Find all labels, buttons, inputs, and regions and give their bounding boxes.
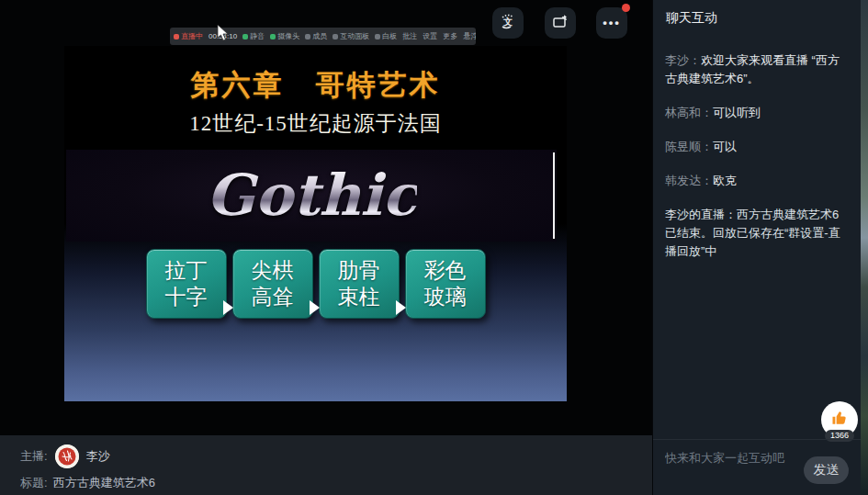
popout-rotate-icon <box>551 12 569 34</box>
main-area: 直播中 00:54:10 静音 摄像头 成员 互动面板 白板 批注 设置 更多 … <box>0 0 652 495</box>
chat-message-list: 李沙：欢迎大家来观看直播 “西方古典建筑艺术6”。 林高和：可以听到 陈昱顺：可… <box>653 51 861 261</box>
chat-panel-title: 聊天互动 <box>653 0 861 27</box>
desktop-edge-strip <box>861 0 868 495</box>
box-text: 尖栱 <box>252 257 294 284</box>
notification-dot <box>622 4 630 12</box>
toolbar-item-more[interactable]: 更多 <box>443 31 457 41</box>
toolbar-item-interaction[interactable]: 互动面板 <box>333 31 369 41</box>
box-text: 彩色 <box>424 257 467 284</box>
send-button[interactable]: 发送 <box>804 456 849 484</box>
more-icon: ••• <box>603 18 621 28</box>
svg-text:文: 文 <box>502 17 513 27</box>
chat-message-text: 可以 <box>713 140 737 153</box>
app-window: 直播中 00:54:10 静音 摄像头 成员 互动面板 白板 批注 设置 更多 … <box>0 0 868 495</box>
mouse-cursor-icon <box>217 24 229 45</box>
box-text: 玻璃 <box>424 284 467 310</box>
mic-icon <box>242 34 248 39</box>
chat-panel-icon <box>333 34 338 39</box>
box-text: 肋骨 <box>338 257 380 284</box>
host-avatar[interactable] <box>55 444 79 468</box>
chat-message: 林高和：可以听到 <box>665 104 849 122</box>
chat-message-text: 欧克 <box>713 174 737 187</box>
popout-rotate-button[interactable] <box>545 7 576 39</box>
like-button[interactable]: 1366 <box>821 401 858 438</box>
chat-input-bar: 发送 <box>653 439 861 495</box>
concept-box-latin-cross: 拉丁 十字 <box>146 249 227 319</box>
presentation-slide: 第六章 哥特艺术 12世纪-15世纪起源于法国 Gothic 拉丁 十字 尖栱 … <box>64 46 567 401</box>
box-text: 高耸 <box>252 284 294 310</box>
thumbs-up-icon <box>830 409 849 431</box>
toolbar-item-live[interactable]: 直播中 <box>174 31 203 41</box>
text-caret-line <box>553 152 555 239</box>
chat-panel: 聊天互动 李沙：欢迎大家来观看直播 “西方古典建筑艺术6”。 林高和：可以听到 … <box>652 0 861 495</box>
toolbar-item-camera[interactable]: 摄像头 <box>270 31 299 41</box>
host-name: 李沙 <box>86 448 110 465</box>
system-message-text: 李沙的直播：西方古典建筑艺术6 已结束。回放已保存在“群设置-直播回放”中 <box>665 208 840 258</box>
toolbar-item-members[interactable]: 成员 <box>305 31 327 41</box>
toolbar-item-whiteboard[interactable]: 白板 <box>375 31 397 41</box>
host-info-bar: 主播: 李沙 标题: 西方古典建筑艺术6 <box>0 435 652 495</box>
toolbar-item-float[interactable]: 悬浮 <box>463 31 476 41</box>
right-arrow-icon <box>223 300 233 315</box>
chat-sender-name: 陈昱顺： <box>665 140 713 153</box>
chat-message-text: 可以听到 <box>713 106 761 119</box>
live-signal-icon <box>174 34 179 39</box>
right-arrow-icon <box>310 300 320 315</box>
concept-boxes-row: 拉丁 十字 尖栱 高耸 肋骨 束柱 彩色 玻璃 <box>146 249 486 319</box>
chat-sender-name: 韩发达： <box>665 174 713 187</box>
chat-message: 韩发达：欧克 <box>665 172 849 190</box>
box-text: 十字 <box>165 284 208 310</box>
box-text: 束柱 <box>338 284 380 310</box>
chat-sender-name: 李沙： <box>665 53 701 67</box>
whiteboard-icon <box>375 34 380 39</box>
screen-share-toolbar: 直播中 00:54:10 静音 摄像头 成员 互动面板 白板 批注 设置 更多 … <box>170 28 476 45</box>
toolbar-item-settings[interactable]: 设置 <box>423 31 437 41</box>
gothic-banner-image: Gothic <box>66 150 557 242</box>
box-text: 拉丁 <box>165 257 208 284</box>
gothic-banner-text: Gothic <box>206 167 416 224</box>
host-label: 主播: <box>20 448 48 465</box>
slide-subtitle: 12世纪-15世纪起源于法国 <box>64 109 567 138</box>
chat-input[interactable] <box>665 451 789 465</box>
concept-box-rib-columns: 肋骨 束柱 <box>319 249 400 319</box>
chat-message: 陈昱顺：可以 <box>665 138 849 156</box>
toolbar-item-annotate[interactable]: 批注 <box>402 31 417 41</box>
stream-title-label: 标题: <box>20 475 48 491</box>
toolbar-item-mute[interactable]: 静音 <box>242 31 265 41</box>
concept-box-stained-glass: 彩色 玻璃 <box>405 249 486 319</box>
chat-message: 李沙：欢迎大家来观看直播 “西方古典建筑艺术6”。 <box>665 51 849 88</box>
subtitle-translate-icon: 文 <box>499 12 517 34</box>
subtitle-translate-button[interactable]: 文 <box>492 7 524 39</box>
stream-title-value: 西方古典建筑艺术6 <box>53 475 155 491</box>
system-message: 李沙的直播：西方古典建筑艺术6 已结束。回放已保存在“群设置-直播回放”中 <box>665 206 849 261</box>
chat-sender-name: 林高和： <box>665 106 713 119</box>
members-icon <box>305 34 310 39</box>
slide-chapter-title: 第六章 哥特艺术 <box>64 66 567 105</box>
right-arrow-icon <box>396 300 406 315</box>
concept-box-pointed-arch: 尖栱 高耸 <box>232 249 313 319</box>
shared-screen-video: 直播中 00:54:10 静音 摄像头 成员 互动面板 白板 批注 设置 更多 … <box>0 0 652 435</box>
more-button[interactable]: ••• <box>596 7 627 39</box>
camera-icon <box>270 34 276 39</box>
